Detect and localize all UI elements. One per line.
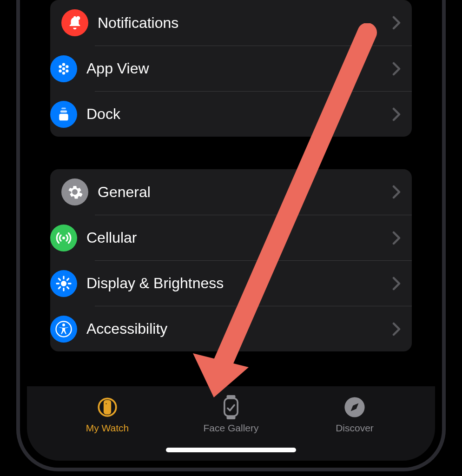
row-label: Display & Brightness: [86, 275, 392, 292]
svg-rect-9: [60, 110, 67, 112]
svg-point-11: [62, 237, 65, 239]
row-label: App View: [86, 60, 392, 77]
row-label: General: [98, 184, 392, 201]
chevron-right-icon: [392, 231, 401, 245]
settings-list: Notifications App View Dock: [27, 0, 435, 351]
svg-line-20: [67, 278, 69, 280]
chevron-right-icon: [392, 322, 401, 336]
row-label: Cellular: [86, 229, 392, 246]
svg-rect-24: [104, 400, 111, 414]
brightness-icon: [50, 270, 77, 297]
watch-face-icon: [222, 396, 240, 419]
chevron-right-icon: [392, 62, 401, 76]
chevron-right-icon: [392, 107, 401, 121]
svg-rect-28: [224, 398, 238, 416]
row-label: Notifications: [98, 14, 392, 32]
row-notifications[interactable]: Notifications: [50, 0, 412, 46]
svg-line-18: [67, 287, 69, 288]
settings-group-2: General Cellular Display & Brightness: [50, 169, 412, 351]
tab-discover[interactable]: Discover: [308, 396, 401, 434]
chevron-right-icon: [392, 16, 401, 30]
svg-point-1: [62, 63, 65, 66]
svg-point-6: [66, 69, 68, 72]
chevron-right-icon: [392, 277, 401, 291]
home-indicator[interactable]: [166, 448, 296, 452]
apps-icon: [50, 55, 77, 82]
svg-point-7: [62, 72, 65, 74]
settings-group-1: Notifications App View Dock: [50, 0, 412, 137]
svg-point-25: [106, 403, 107, 404]
row-display-brightness[interactable]: Display & Brightness: [95, 260, 412, 306]
row-app-view[interactable]: App View: [95, 46, 412, 91]
row-label: Accessibility: [86, 320, 392, 337]
row-general[interactable]: General: [50, 169, 412, 215]
row-dock[interactable]: Dock: [95, 91, 412, 137]
gear-icon: [61, 178, 88, 205]
bell-icon: [61, 9, 88, 36]
row-label: Dock: [86, 106, 392, 123]
tab-label: Face Gallery: [203, 423, 258, 434]
svg-point-4: [62, 67, 65, 70]
svg-point-0: [76, 16, 80, 20]
svg-point-3: [66, 65, 68, 68]
dock-icon: [50, 101, 77, 128]
tab-my-watch[interactable]: My Watch: [61, 396, 154, 434]
tab-label: My Watch: [86, 423, 129, 434]
svg-line-19: [59, 287, 60, 288]
phone-frame: Notifications App View Dock: [16, 0, 446, 471]
compass-icon: [343, 396, 366, 419]
svg-point-12: [61, 281, 66, 286]
row-cellular[interactable]: Cellular: [95, 215, 412, 260]
watch-icon: [96, 396, 119, 419]
cellular-icon: [50, 225, 77, 251]
chevron-right-icon: [392, 185, 401, 199]
tab-label: Discover: [336, 423, 374, 434]
accessibility-icon: [50, 316, 77, 343]
screen: Notifications App View Dock: [27, 0, 435, 461]
svg-rect-8: [61, 107, 66, 109]
row-accessibility[interactable]: Accessibility: [95, 306, 412, 351]
tab-face-gallery[interactable]: Face Gallery: [185, 396, 277, 434]
svg-point-2: [59, 65, 61, 68]
svg-line-17: [59, 278, 60, 280]
svg-point-5: [59, 69, 61, 72]
svg-point-22: [62, 324, 65, 326]
svg-rect-10: [59, 113, 68, 120]
